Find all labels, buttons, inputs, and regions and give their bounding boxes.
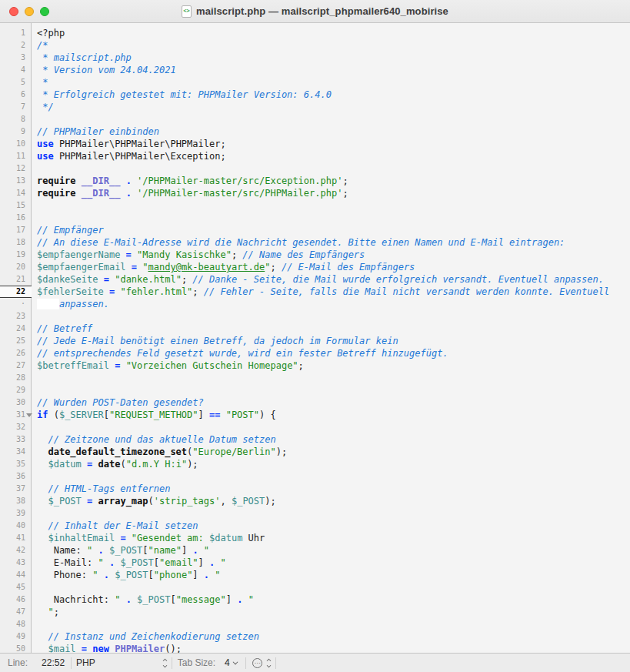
line-number[interactable]: 30 [0,396,32,409]
code-line[interactable]: 7 */ [0,101,630,113]
code-text[interactable] [32,162,37,175]
code-text[interactable]: $_POST = array_map('strip_tags', $_POST)… [32,495,276,507]
line-number[interactable]: 11 [0,150,32,162]
code-line[interactable]: 39 [0,507,630,520]
code-line[interactable]: 36 [0,470,630,483]
line-number[interactable]: 28 [0,372,32,384]
code-text[interactable]: $fehlerSeite = "fehler.html"; // Fehler … [32,286,609,298]
code-line[interactable]: 25// Jede E-Mail benötigt einen Betreff,… [0,335,630,347]
line-number[interactable]: 45 [0,581,32,593]
code-line[interactable]: 44 Phone: " . $_POST["phone"] . " [0,569,630,581]
line-number[interactable]: 24 [0,323,32,335]
code-text[interactable]: * Erfolgreich getestet mit: PHPMailer Ve… [32,89,332,101]
line-number[interactable]: 37 [0,483,32,495]
code-text[interactable] [32,618,37,630]
chevron-down-icon[interactable] [232,660,238,665]
code-line[interactable]: 49 // Instanz und Zeichenkodierung setze… [0,630,630,643]
code-line-wrap[interactable]: · anpassen. [0,298,630,310]
line-number[interactable]: 34 [0,446,32,458]
code-line[interactable]: 21$dankeSeite = "danke.html"; // Danke -… [0,273,630,286]
code-line[interactable]: 26// entsprechendes Feld gesetzt wurde, … [0,347,630,359]
code-line[interactable]: 9// PHPMailer einbinden [0,125,630,138]
fold-triangle-icon[interactable] [26,413,32,417]
minimize-button[interactable] [25,7,34,16]
code-text[interactable] [32,507,37,520]
code-line[interactable]: 6 * Erfolgreich getestet mit: PHPMailer … [0,89,630,101]
code-line[interactable]: 22$fehlerSeite = "fehler.html"; // Fehle… [0,286,630,298]
code-line[interactable]: 14require __DIR__ . '/PHPMailer-master/s… [0,187,630,199]
code-line[interactable]: 45 [0,581,630,593]
line-number[interactable]: 21 [0,273,32,286]
code-text[interactable]: * mailscript.php [32,52,132,64]
line-number[interactable]: 41 [0,532,32,544]
code-text[interactable]: // Jede E-Mail benötigt einen Betreff, d… [32,335,398,347]
code-line[interactable]: 18// An diese E-Mail-Adresse wird die Na… [0,236,630,249]
line-number[interactable]: 29 [0,384,32,396]
code-line[interactable]: 50 $mail = new PHPMailer(); [0,643,630,653]
code-text[interactable]: // entsprechendes Feld gesetzt wurde, wi… [32,347,448,359]
code-text[interactable] [32,470,37,483]
line-number[interactable]: 16 [0,212,32,224]
line-number[interactable]: 27 [0,359,32,372]
code-editor[interactable]: 1<?php2/*3 * mailscript.php4 * Version v… [0,23,630,653]
line-ending-icon[interactable]: … [252,658,262,668]
code-line[interactable]: 24// Betreff [0,323,630,335]
line-number[interactable]: 32 [0,421,32,433]
code-text[interactable] [32,310,37,323]
code-text[interactable]: // PHPMailer einbinden [32,125,159,138]
code-text[interactable]: // Wurden POST-Daten gesendet? [32,396,204,409]
line-number[interactable]: 38 [0,495,32,507]
code-line[interactable]: 16 [0,212,630,224]
code-line[interactable]: 4 * Version vom 24.04.2021 [0,64,630,76]
code-text[interactable]: require __DIR__ . '/PHPMailer-master/src… [32,175,348,187]
code-line[interactable]: 5 * [0,76,630,89]
code-text[interactable] [32,372,37,384]
code-line[interactable]: 1<?php [0,27,630,39]
line-number[interactable]: 26 [0,347,32,359]
code-text[interactable]: $empfaengerName = "Mandy Kasischke"; // … [32,249,365,261]
code-text[interactable]: use PHPMailer\PHPMailer\PHPMailer; [32,138,226,150]
code-line[interactable]: 38 $_POST = array_map('strip_tags', $_PO… [0,495,630,507]
code-text[interactable]: // HTML-Tags entfernen [32,483,170,495]
code-text[interactable]: $datum = date("d.m.Y H:i"); [32,458,198,470]
line-number[interactable]: 3 [0,52,32,64]
code-line[interactable]: 46 Nachricht: " . $_POST["message"] . " [0,593,630,606]
code-text[interactable]: Name: " . $_POST["name"] . " [32,544,209,557]
code-text[interactable]: * [32,76,48,89]
code-line[interactable]: 42 Name: " . $_POST["name"] . " [0,544,630,557]
code-line[interactable]: 30// Wurden POST-Daten gesendet? [0,396,630,409]
line-number[interactable]: 9 [0,125,32,138]
code-text[interactable]: // An diese E-Mail-Adresse wird die Nach… [32,236,565,249]
code-text[interactable]: anpassen. [32,298,109,310]
code-text[interactable]: E-Mail: " . $_POST["email"] . " [32,557,226,569]
line-number[interactable]: 43 [0,557,32,569]
line-number[interactable]: 36 [0,470,32,483]
code-line[interactable]: 33 // Zeitzone und das aktuelle Datum se… [0,433,630,446]
code-line[interactable]: 23 [0,310,630,323]
code-text[interactable] [32,199,37,212]
code-text[interactable]: // Inhalt der E-Mail setzen [32,520,198,532]
line-number[interactable]: 1 [0,27,32,39]
code-text[interactable] [32,581,37,593]
line-number[interactable]: 4 [0,64,32,76]
line-number[interactable]: 46 [0,593,32,606]
code-line[interactable]: 12 [0,162,630,175]
code-line[interactable]: 41 $inhaltEmail = "Gesendet am: $datum U… [0,532,630,544]
line-number[interactable]: 13 [0,175,32,187]
line-number[interactable]: 23 [0,310,32,323]
code-text[interactable]: // Empfänger [32,224,104,236]
code-text[interactable]: if ($_SERVER["REQUEST_METHOD"] == "POST"… [32,409,276,421]
code-text[interactable] [32,212,37,224]
code-line[interactable]: 32 [0,421,630,433]
code-line[interactable]: 13require __DIR__ . '/PHPMailer-master/s… [0,175,630,187]
line-number[interactable]: 17 [0,224,32,236]
code-text[interactable] [32,113,37,125]
code-text[interactable]: Nachricht: " . $_POST["message"] . " [32,593,254,606]
code-text[interactable]: * Version vom 24.04.2021 [32,64,176,76]
code-text[interactable]: "; [32,606,59,618]
syntax-stepper-icon[interactable] [163,659,167,667]
code-text[interactable]: require __DIR__ . '/PHPMailer-master/src… [32,187,348,199]
code-text[interactable]: date_default_timezone_set("Europe/Berlin… [32,446,287,458]
code-line[interactable]: 17// Empfänger [0,224,630,236]
code-line[interactable]: 19$empfaengerName = "Mandy Kasischke"; /… [0,249,630,261]
